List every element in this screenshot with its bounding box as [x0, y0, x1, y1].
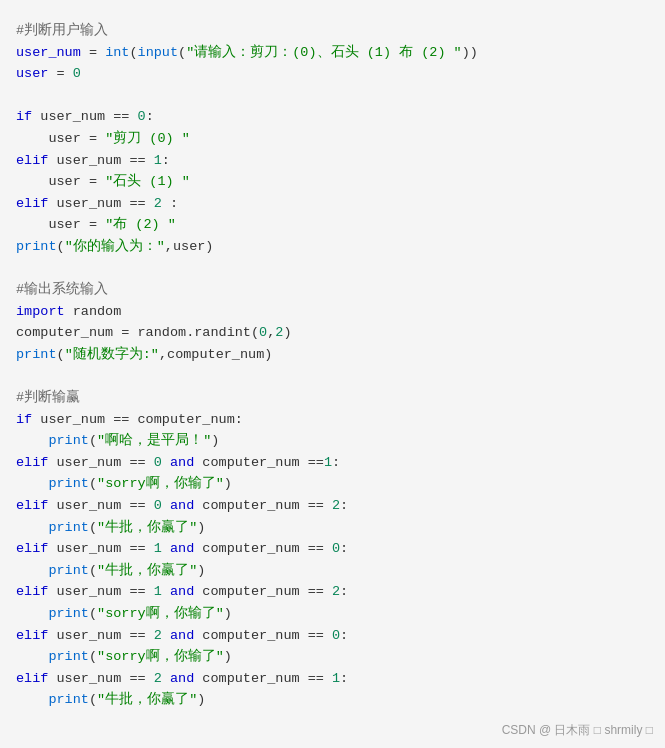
- code-editor: #判断用户输入 user_num = int(input("请输入：剪刀：(0)…: [0, 0, 665, 748]
- code-line-14: print("啊哈，是平局！"): [16, 430, 649, 452]
- code-line-26: print("牛批，你赢了"): [16, 689, 649, 711]
- watermark: CSDN @ 日木雨 □ shrmily □: [502, 721, 653, 740]
- empty-line-3: [16, 366, 649, 388]
- empty-line-1: [16, 85, 649, 107]
- code-line-20: print("牛批，你赢了"): [16, 560, 649, 582]
- comment-line-1: #判断用户输入: [16, 20, 649, 42]
- code-line-3: if user_num == 0:: [16, 106, 649, 128]
- code-line-4: user = "剪刀 (0) ": [16, 128, 649, 150]
- code-content: #判断用户输入 user_num = int(input("请输入：剪刀：(0)…: [16, 12, 649, 719]
- code-line-5: elif user_num == 1:: [16, 150, 649, 172]
- code-line-1: user_num = int(input("请输入：剪刀：(0)、石头 (1) …: [16, 42, 649, 64]
- code-line-24: print("sorry啊，你输了"): [16, 646, 649, 668]
- code-line-12: print("随机数字为:",computer_num): [16, 344, 649, 366]
- code-line-2: user = 0: [16, 63, 649, 85]
- code-line-19: elif user_num == 1 and computer_num == 0…: [16, 538, 649, 560]
- comment-line-2: #输出系统输入: [16, 279, 649, 301]
- code-line-6: user = "石头 (1) ": [16, 171, 649, 193]
- code-line-21: elif user_num == 1 and computer_num == 2…: [16, 581, 649, 603]
- code-line-15: elif user_num == 0 and computer_num ==1:: [16, 452, 649, 474]
- code-line-18: print("牛批，你赢了"): [16, 517, 649, 539]
- code-line-25: elif user_num == 2 and computer_num == 1…: [16, 668, 649, 690]
- code-line-22: print("sorry啊，你输了"): [16, 603, 649, 625]
- code-line-16: print("sorry啊，你输了"): [16, 473, 649, 495]
- code-line-13: if user_num == computer_num:: [16, 409, 649, 431]
- code-line-8: user = "布 (2) ": [16, 214, 649, 236]
- code-line-11: computer_num = random.randint(0,2): [16, 322, 649, 344]
- var-user-num: user_num: [16, 45, 81, 60]
- code-line-17: elif user_num == 0 and computer_num == 2…: [16, 495, 649, 517]
- code-line-23: elif user_num == 2 and computer_num == 0…: [16, 625, 649, 647]
- empty-line-2: [16, 258, 649, 280]
- comment-line-3: #判断输赢: [16, 387, 649, 409]
- code-line-7: elif user_num == 2 :: [16, 193, 649, 215]
- code-line-10: import random: [16, 301, 649, 323]
- code-line-9: print("你的输入为：",user): [16, 236, 649, 258]
